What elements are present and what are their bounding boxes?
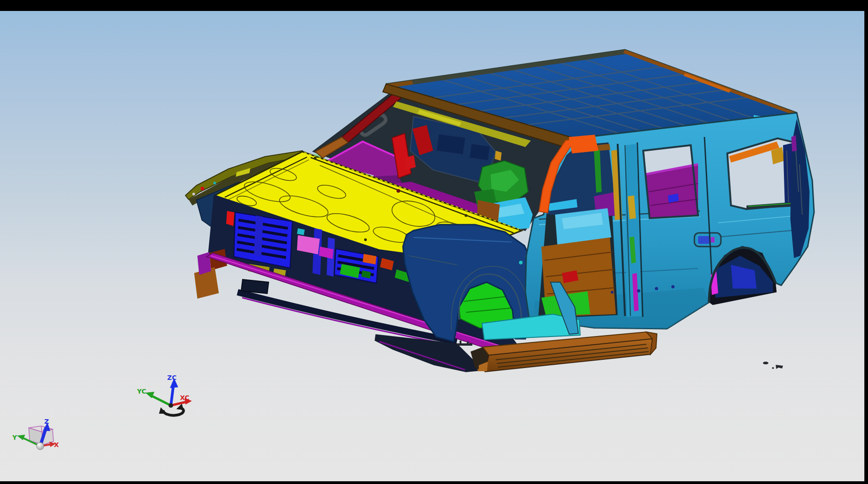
wcs-triad[interactable]: ZC YC XC bbox=[137, 374, 192, 416]
cad-application-window: ZC YC XC Z Y X bbox=[0, 0, 868, 484]
rear-door-handle[interactable] bbox=[694, 233, 721, 247]
view-y-label: Y bbox=[12, 434, 17, 441]
model-scene: ZC YC XC Z Y X bbox=[0, 0, 868, 484]
wcs-zc-label: ZC bbox=[167, 374, 176, 381]
a-pillar-roof-patch[interactable] bbox=[569, 135, 598, 153]
wcs-xc-label: XC bbox=[180, 394, 190, 401]
rear-door-window[interactable] bbox=[643, 145, 698, 218]
debris-fragments[interactable] bbox=[763, 362, 783, 369]
view-x-label: X bbox=[54, 441, 59, 448]
view-z-label: Z bbox=[44, 418, 49, 425]
wcs-yc-label: YC bbox=[137, 388, 146, 395]
view-triad-cube[interactable]: Z Y X bbox=[12, 418, 59, 450]
